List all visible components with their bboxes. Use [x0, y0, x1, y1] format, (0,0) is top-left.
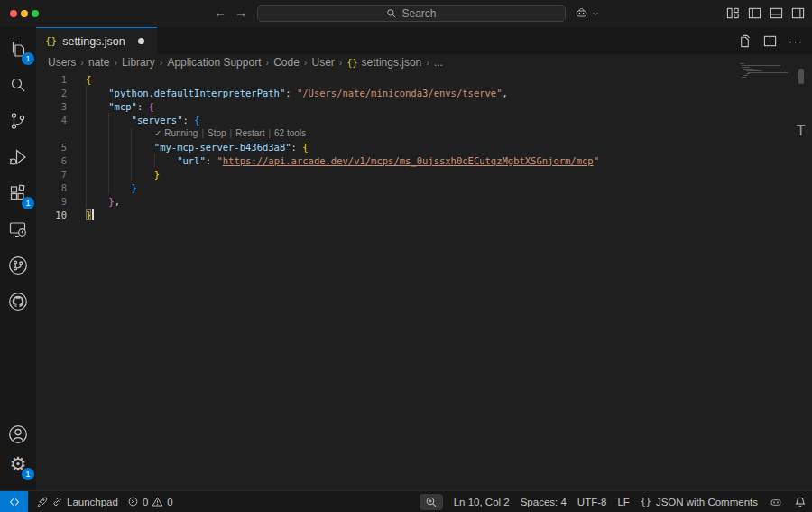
sidebar-item-explorer[interactable]: 1	[5, 36, 31, 61]
sidebar-item-github-pull-requests[interactable]	[5, 253, 31, 278]
code-token[interactable]: "my-mcp-server-b436d3a8"	[154, 142, 291, 153]
minimize-window-button[interactable]	[21, 10, 28, 17]
code-line[interactable]: 4 "servers": {	[36, 113, 740, 126]
code-token[interactable]: :	[285, 88, 297, 98]
language-mode-status[interactable]: {} JSON with Comments	[641, 497, 758, 507]
breadcrumb-item[interactable]: ...	[434, 56, 443, 69]
code-token[interactable]: {	[302, 142, 308, 153]
breadcrumb-separator-icon: ›	[155, 57, 168, 68]
scrollbar-thumb[interactable]	[798, 69, 804, 84]
code-line[interactable]: 6 "url": "https://api.arcade.dev/v1/mcps…	[36, 154, 740, 167]
copilot-menu[interactable]	[574, 5, 599, 21]
sidebar-item-run-debug[interactable]	[5, 144, 31, 170]
code-token[interactable]: }	[154, 169, 160, 180]
code-line[interactable]: 3 "mcp": {	[36, 99, 740, 113]
more-actions-icon[interactable]: ···	[789, 34, 803, 48]
breadcrumb-item[interactable]: Library	[122, 56, 155, 69]
code-token[interactable]: }	[86, 209, 91, 220]
code-line[interactable]: 7 }	[36, 167, 740, 181]
indentation-status[interactable]: Spaces: 4	[521, 497, 567, 507]
sidebar-item-source-control[interactable]	[5, 108, 31, 134]
remote-indicator[interactable]	[0, 491, 28, 512]
navigate-back-icon[interactable]: ←	[214, 5, 226, 20]
breadcrumb-item[interactable]: Application Support	[167, 56, 261, 69]
copilot-status-icon[interactable]	[769, 495, 783, 509]
close-window-button[interactable]	[10, 10, 17, 17]
run-debug-icon	[7, 146, 29, 168]
code-token[interactable]	[86, 196, 108, 207]
code-line[interactable]: 10}	[36, 208, 740, 221]
code-token[interactable]: "mcp"	[108, 101, 137, 112]
toggle-panel-icon[interactable]	[770, 6, 783, 20]
maximize-window-button[interactable]	[32, 10, 39, 17]
code-line[interactable]: 9 },	[36, 194, 740, 208]
line-number: 6	[36, 155, 67, 166]
code-token[interactable]	[86, 169, 154, 180]
editor-group: {} settings.json ··· Users›nate›Library›…	[36, 27, 812, 490]
command-center-search[interactable]: Search	[257, 5, 566, 22]
sidebar-item-search[interactable]	[5, 72, 31, 98]
launchpad-status-item[interactable]: Launchpad	[32, 491, 123, 512]
code-line[interactable]: 8 }	[36, 181, 740, 194]
code-line[interactable]: 2 "python.defaultInterpreterPath": "/Use…	[36, 86, 740, 99]
sidebar-item-extensions[interactable]: 1	[5, 181, 31, 206]
problems-status-item[interactable]: 0 0	[123, 491, 178, 512]
navigate-forward-icon[interactable]: →	[235, 5, 247, 20]
split-editor-icon[interactable]	[763, 34, 777, 48]
breadcrumb-item[interactable]: Users	[48, 56, 76, 69]
codelens-action[interactable]: Stop	[208, 128, 226, 138]
breadcrumb: Users›nate›Library›Application Support›C…	[36, 54, 812, 70]
toggle-primary-sidebar-icon[interactable]	[748, 6, 761, 20]
code-token[interactable]: "url"	[177, 155, 206, 166]
code-token[interactable]	[86, 101, 108, 112]
eol-status[interactable]: LF	[617, 497, 629, 507]
tab-modified-indicator[interactable]	[138, 38, 144, 44]
code-token[interactable]: ,	[503, 88, 508, 98]
code-token[interactable]: {	[86, 74, 91, 85]
encoding-status[interactable]: UTF-8	[577, 497, 607, 507]
open-changes-icon[interactable]	[738, 34, 752, 48]
codelens-action[interactable]: 62 tools	[274, 128, 306, 138]
sidebar-item-github[interactable]	[5, 289, 31, 314]
warning-icon	[152, 496, 163, 507]
code-token[interactable]: "python.defaultInterpreterPath"	[108, 88, 285, 98]
code-token[interactable]: :	[291, 142, 303, 153]
code-token[interactable]	[86, 88, 108, 98]
accounts-button[interactable]	[5, 422, 31, 447]
codelens-action[interactable]: Restart	[235, 128, 264, 138]
code-token[interactable]: {	[149, 101, 154, 112]
sidebar-item-remote-explorer[interactable]	[5, 217, 31, 242]
zoom-status-item[interactable]	[420, 494, 443, 510]
code-line[interactable]: 1{	[36, 72, 740, 86]
line-number: 2	[36, 88, 67, 98]
breadcrumb-item[interactable]: Code	[273, 56, 300, 69]
code-token[interactable]: {	[194, 115, 199, 126]
json-file-icon: {}	[347, 58, 358, 68]
notifications-bell-icon[interactable]	[794, 496, 807, 508]
code-token[interactable]: "	[594, 155, 599, 166]
code-token[interactable]: :	[137, 101, 149, 112]
code-token[interactable]: "/Users/nate/miniconda3/envs/tserve"	[297, 88, 503, 98]
code-token[interactable]: :	[206, 155, 217, 166]
status-bar: Launchpad 0 0 Ln 10, Col 2 Spaces: 4 UTF…	[0, 490, 812, 512]
code-editor[interactable]: 1{2 "python.defaultInterpreterPath": "/U…	[36, 70, 740, 221]
code-token[interactable]: https://api.arcade.dev/v1/mcps/ms_0ujssx…	[223, 155, 594, 166]
codelens-row[interactable]: ✓ Running|Stop|Restart|62 tools	[36, 126, 740, 140]
codelens-action[interactable]: ✓ Running	[154, 128, 198, 138]
chevron-down-icon	[592, 10, 599, 17]
settings-gear-button[interactable]: ⚙ 1	[5, 451, 31, 477]
code-token[interactable]: :	[182, 115, 194, 126]
cursor-position-status[interactable]: Ln 10, Col 2	[454, 497, 510, 507]
code-line[interactable]: 5 "my-mcp-server-b436d3a8": {	[36, 140, 740, 154]
code-token[interactable]: ,	[115, 196, 120, 207]
toggle-secondary-sidebar-icon[interactable]	[791, 6, 805, 20]
code-token[interactable]: "servers"	[132, 115, 183, 126]
breadcrumb-item[interactable]: User	[312, 56, 335, 69]
code-token[interactable]: }	[132, 182, 137, 193]
minimap[interactable]	[740, 63, 796, 117]
tab-settings-json[interactable]: {} settings.json	[36, 27, 157, 54]
breadcrumb-item[interactable]: {}settings.json	[347, 56, 422, 69]
code-token[interactable]	[86, 142, 154, 153]
customize-layout-icon[interactable]	[726, 6, 740, 20]
breadcrumb-item[interactable]: nate	[88, 56, 109, 69]
